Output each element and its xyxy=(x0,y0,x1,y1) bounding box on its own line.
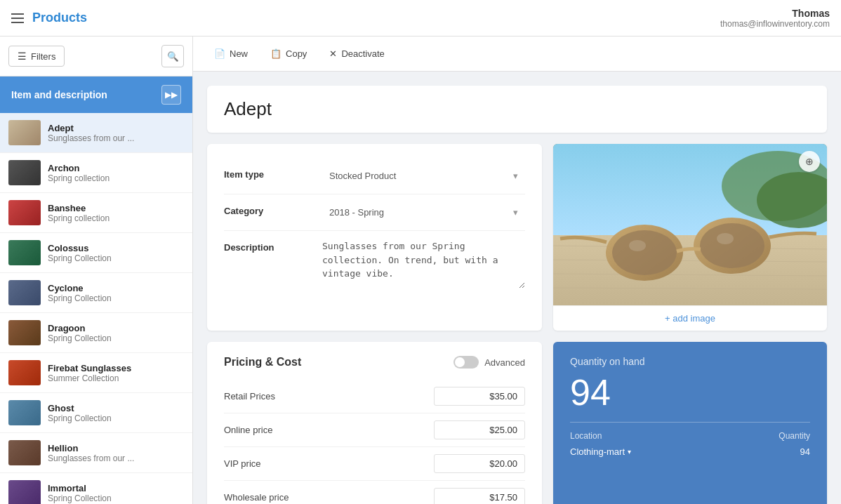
zoom-button[interactable]: ⊕ xyxy=(799,151,820,172)
item-name: Colossus xyxy=(48,243,184,253)
advanced-toggle-switch[interactable] xyxy=(453,356,479,369)
item-thumbnail xyxy=(8,440,41,465)
list-item[interactable]: Cyclone Spring Collection xyxy=(0,273,192,313)
item-name: Dragoon xyxy=(48,323,184,333)
item-desc: Spring Collection xyxy=(48,253,160,263)
item-desc: Spring Collection xyxy=(48,293,160,303)
list-item[interactable]: Firebat Sunglasses Summer Collection xyxy=(0,353,192,393)
item-name: Firebat Sunglasses xyxy=(48,363,184,373)
filters-label: Filters xyxy=(31,51,55,62)
hamburger-menu[interactable] xyxy=(11,13,24,23)
description-row: Description Sunglasses from our Spring c… xyxy=(224,231,525,299)
item-info: Hellion Sunglasses from our ... xyxy=(48,443,184,463)
quantity-header: Quantity xyxy=(779,431,810,441)
copy-icon: 📋 xyxy=(270,48,282,59)
svg-point-14 xyxy=(629,240,646,251)
item-name: Adept xyxy=(48,123,184,133)
item-info: Adept Sunglasses from our ... xyxy=(48,123,184,143)
item-desc: Summer Collection xyxy=(48,373,160,383)
location-header: Location xyxy=(570,431,602,441)
copy-button[interactable]: 📋 Copy xyxy=(260,44,317,64)
sidebar-collapse-button[interactable]: ▶▶ xyxy=(161,85,181,105)
product-title-card: Adept xyxy=(207,86,827,133)
item-thumbnail xyxy=(8,120,41,145)
user-menu[interactable]: Thomas thomas@inflowinventory.com xyxy=(720,8,830,29)
filters-button[interactable]: ☰ Filters xyxy=(8,46,65,67)
qty-table-row: Clothing-mart ▾ 94 xyxy=(570,446,810,457)
description-label: Description xyxy=(224,239,322,253)
list-item[interactable]: Dragoon Spring Collection xyxy=(0,313,192,353)
quantity-on-hand-label: Quantity on hand xyxy=(570,356,810,367)
list-item[interactable]: Archon Spring collection xyxy=(0,153,192,193)
wholesale-price-input[interactable] xyxy=(434,488,525,504)
product-image xyxy=(553,144,827,305)
item-info: Archon Spring collection xyxy=(48,163,184,183)
list-item[interactable]: Hellion Sunglasses from our ... xyxy=(0,433,192,473)
deactivate-label: Deactivate xyxy=(341,48,384,59)
toggle-knob xyxy=(455,357,465,367)
item-desc: Spring collection xyxy=(48,173,160,183)
item-type-select[interactable]: Stocked Product ▾ xyxy=(322,166,525,185)
list-item[interactable]: Ghost Spring Collection xyxy=(0,393,192,433)
item-type-label: Item type xyxy=(224,166,322,180)
expand-arrow-icon: ▾ xyxy=(628,448,631,456)
list-item[interactable]: Colossus Spring Collection xyxy=(0,233,192,273)
list-item[interactable]: Adept Sunglasses from our ... xyxy=(0,113,192,153)
vip-price-row: VIP price xyxy=(224,447,525,481)
add-image-button[interactable]: + add image xyxy=(553,305,827,331)
qty-table-header: Location Quantity xyxy=(570,431,810,441)
retail-price-input[interactable] xyxy=(434,387,525,406)
product-details-row: Item type Stocked Product ▾ Category xyxy=(207,144,827,331)
wholesale-price-label: Wholesale price xyxy=(224,492,434,503)
item-info: Dragoon Spring Collection xyxy=(48,323,184,343)
item-info: Immortal Spring Collection xyxy=(48,483,184,503)
sidebar-toolbar: ☰ Filters 🔍 xyxy=(0,37,192,77)
item-desc: Sunglasses from our ... xyxy=(48,133,160,143)
list-item[interactable]: Immortal Spring Collection xyxy=(0,473,192,504)
category-value: 2018 - Spring ▾ xyxy=(322,203,525,222)
sidebar: ☰ Filters 🔍 Item and description ▶▶ Adep… xyxy=(0,37,193,504)
location-quantity: 94 xyxy=(800,446,810,457)
product-image-container: ⊕ xyxy=(553,144,827,305)
item-thumbnail xyxy=(8,400,41,425)
product-image-card: ⊕ + add image xyxy=(553,144,827,331)
sidebar-header-title: Item and description xyxy=(11,89,107,100)
category-label: Category xyxy=(224,203,322,216)
item-name: Banshee xyxy=(48,203,184,213)
chevron-down-icon: ▾ xyxy=(513,207,518,218)
svg-point-10 xyxy=(612,230,677,275)
product-title: Adept xyxy=(224,98,810,120)
vip-price-label: VIP price xyxy=(224,458,434,469)
deactivate-button[interactable]: ✕ Deactivate xyxy=(319,44,394,64)
vip-price-input[interactable] xyxy=(434,454,525,473)
copy-label: Copy xyxy=(286,48,307,59)
product-image-svg xyxy=(553,144,827,305)
pricing-card: Pricing & Cost Advanced Retail Prices xyxy=(207,342,542,504)
pricing-header: Pricing & Cost Advanced xyxy=(224,356,525,369)
quantity-card: Quantity on hand 94 Location Quantity Cl… xyxy=(553,342,827,504)
svg-rect-3 xyxy=(553,235,827,305)
category-select[interactable]: 2018 - Spring ▾ xyxy=(322,203,525,222)
advanced-toggle: Advanced xyxy=(453,356,525,369)
online-price-input[interactable] xyxy=(434,420,525,439)
content-main: Adept Item type Stocked Product ▾ xyxy=(193,72,841,504)
retail-price-row: Retail Prices xyxy=(224,380,525,413)
location-text: Clothing-mart xyxy=(570,446,625,457)
description-value: Sunglasses from our Spring collection. O… xyxy=(322,239,525,291)
search-button[interactable]: 🔍 xyxy=(161,45,184,67)
new-icon: 📄 xyxy=(214,48,225,59)
item-thumbnail xyxy=(8,320,41,345)
category-text: 2018 - Spring xyxy=(329,207,384,218)
location-name[interactable]: Clothing-mart ▾ xyxy=(570,446,631,457)
deactivate-icon: ✕ xyxy=(329,48,337,59)
content-toolbar: 📄 New 📋 Copy ✕ Deactivate xyxy=(193,37,841,72)
description-textarea[interactable]: Sunglasses from our Spring collection. O… xyxy=(322,239,525,289)
qty-divider xyxy=(570,422,810,423)
item-name: Cyclone xyxy=(48,283,184,293)
wholesale-price-row: Wholesale price xyxy=(224,481,525,504)
new-button[interactable]: 📄 New xyxy=(204,44,258,64)
list-item[interactable]: Banshee Spring collection xyxy=(0,193,192,233)
item-name: Immortal xyxy=(48,483,184,493)
bottom-row: Pricing & Cost Advanced Retail Prices xyxy=(207,342,827,504)
filters-icon: ☰ xyxy=(18,51,27,62)
